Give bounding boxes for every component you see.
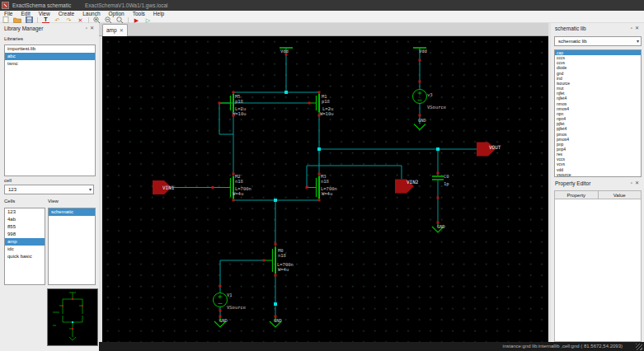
application-window: ExactSchema schematic ExactSchemaV1.0Wa1… bbox=[0, 0, 644, 351]
value-column-header[interactable]: Value bbox=[599, 191, 642, 199]
property-table-header: Property Value bbox=[554, 190, 642, 199]
symbol-library-combobox[interactable]: schematic lib ▾ bbox=[554, 36, 642, 46]
symbol-library-combobox-value: schematic lib bbox=[558, 39, 587, 44]
libraries-label: Libraries bbox=[4, 36, 23, 41]
window-title: ExactSchema schematic bbox=[12, 0, 71, 11]
tab-close-icon[interactable]: ✕ bbox=[120, 28, 124, 33]
tab-amp[interactable]: amp✕ bbox=[102, 24, 128, 36]
tab-bar: amp✕ bbox=[99, 23, 548, 36]
vin2-label: VIN2 bbox=[407, 179, 419, 185]
run-icon[interactable]: ▶ bbox=[133, 17, 140, 23]
property-column-header[interactable]: Property bbox=[555, 191, 599, 199]
m1-model: p18 bbox=[322, 99, 330, 105]
symbol-list[interactable]: cap cccs ccvs diode gnd ind isource mut … bbox=[554, 49, 642, 177]
step-icon[interactable]: ▷ bbox=[144, 17, 152, 23]
status-bar: instance:gnd lib:internallib ,cell:gnd (… bbox=[99, 342, 644, 351]
v1-name: V1 bbox=[227, 292, 233, 297]
view-item-selected[interactable]: schematic bbox=[49, 208, 95, 216]
undo-icon[interactable]: ↶ bbox=[54, 17, 61, 23]
cell-item-selected[interactable]: amp bbox=[5, 238, 45, 246]
property-editor-panel: Property Editor ▫✕ Property Value bbox=[551, 178, 644, 351]
property-table-body[interactable] bbox=[554, 199, 642, 342]
gnd-label: GND bbox=[437, 224, 445, 229]
library-manager-title: Library Manager bbox=[0, 23, 99, 34]
dock-close-icon[interactable]: ✕ bbox=[635, 180, 642, 185]
c0-name: C0 bbox=[444, 174, 449, 179]
m5-model: p18 bbox=[235, 99, 243, 105]
dock-close-icon[interactable]: ✕ bbox=[90, 26, 96, 30]
view-label: View bbox=[48, 199, 59, 204]
library-item[interactable]: tsmc bbox=[5, 60, 95, 68]
redo-icon[interactable]: ↷ bbox=[65, 17, 73, 23]
cell-item[interactable]: 855 bbox=[5, 223, 45, 231]
new-file-icon[interactable] bbox=[2, 16, 9, 23]
vdd-label: Vdd bbox=[280, 49, 289, 54]
toolbar-separator bbox=[128, 17, 129, 23]
cell-combobox-value: 123 bbox=[8, 187, 16, 192]
cell-item[interactable]: 998 bbox=[5, 231, 45, 238]
m3-model: n18 bbox=[321, 179, 329, 184]
m0-width: W=4u bbox=[278, 267, 289, 272]
m2-model: n18 bbox=[235, 179, 243, 184]
app-icon bbox=[2, 2, 9, 9]
views-list[interactable]: schematic bbox=[48, 208, 96, 285]
library-item-selected[interactable]: abc bbox=[5, 53, 95, 60]
library-item[interactable]: importtest.lib bbox=[5, 45, 95, 53]
symbol-item[interactable]: vsource bbox=[555, 172, 641, 177]
m1-width: W=10u bbox=[320, 111, 334, 116]
symbol-browser-panel: schematic lib ▫✕ schematic lib ▾ cap ccc… bbox=[551, 23, 644, 178]
toolbar: T ↶ ↷ ✕ ▶ ▷ bbox=[0, 17, 644, 23]
cells-label: Cells bbox=[4, 199, 15, 204]
save-icon[interactable] bbox=[26, 16, 33, 23]
gnd-label: GND bbox=[274, 318, 282, 323]
v3-name: v3 bbox=[427, 92, 433, 97]
cell-combobox[interactable]: 123 ▾ bbox=[4, 185, 94, 194]
window-subtitle: ExactSchemaV1.0Wa1/1.gws.local bbox=[85, 0, 168, 11]
toolbar-separator bbox=[37, 17, 38, 23]
gnd-label: GND bbox=[418, 118, 426, 123]
vin1-label: VIN1 bbox=[162, 185, 175, 190]
chevron-down-icon: ▾ bbox=[637, 37, 639, 46]
tab-label: amp bbox=[106, 27, 117, 33]
text-tool-icon[interactable]: T bbox=[42, 16, 49, 23]
m0-model: n18 bbox=[278, 253, 286, 258]
gnd-label: GND bbox=[219, 318, 228, 323]
m2-width: W=4u bbox=[233, 191, 243, 196]
dock-close-icon[interactable]: ✕ bbox=[635, 26, 642, 30]
toolbar-separator bbox=[88, 17, 89, 23]
chevron-down-icon: ▾ bbox=[89, 185, 92, 194]
m3-width: W=4u bbox=[322, 191, 332, 196]
library-manager-panel: Library Manager ▫✕ Libraries importtest.… bbox=[0, 23, 99, 351]
open-folder-icon[interactable] bbox=[13, 16, 21, 23]
preview-thumbnail bbox=[47, 288, 98, 346]
vdd-label: Vdd bbox=[419, 49, 427, 54]
cell-item[interactable]: 4ab bbox=[5, 216, 45, 223]
v1-type: VSource bbox=[227, 305, 246, 310]
cells-list[interactable]: 123 4ab 855 998 amp idc quick basic bbox=[4, 208, 45, 285]
c0-value: 1p bbox=[444, 181, 449, 187]
vout-label: VOUT bbox=[489, 144, 501, 150]
resize-grip-icon[interactable] bbox=[636, 344, 642, 350]
title-bar: ExactSchema schematic ExactSchemaV1.0Wa1… bbox=[0, 0, 644, 11]
delete-icon[interactable]: ✕ bbox=[77, 17, 84, 23]
cell-item[interactable]: 123 bbox=[5, 208, 45, 216]
cell-label: cell bbox=[4, 178, 12, 183]
v3-type: VSource bbox=[427, 105, 446, 110]
menu-help[interactable]: Help bbox=[149, 11, 168, 17]
cell-item[interactable]: idc bbox=[5, 246, 45, 253]
schematic-canvas[interactable]: Vdd Vdd M5 p18 L=2u W=10u bbox=[102, 36, 548, 342]
libraries-list[interactable]: importtest.lib abc tsmc bbox=[4, 44, 96, 176]
cell-item[interactable]: quick basic bbox=[5, 253, 45, 260]
status-text: instance:gnd lib:internallib ,cell:gnd (… bbox=[503, 344, 623, 349]
